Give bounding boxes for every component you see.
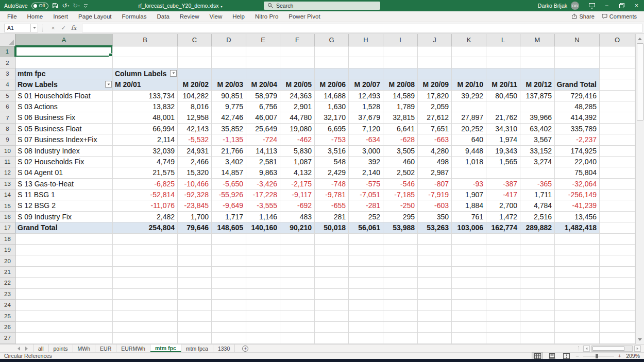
cell[interactable] [113,46,178,57]
horizontal-scroll-thumb[interactable] [592,347,624,351]
row-header-22[interactable]: 22 [0,278,15,288]
cell[interactable] [315,46,349,57]
cell[interactable] [555,278,600,288]
avatar[interactable]: DB [571,2,579,10]
pivot-row-total-cell[interactable]: 22,040 [555,157,600,167]
ribbon-tab-page-layout[interactable]: Page Layout [73,11,117,22]
column-header-k[interactable]: K [452,34,486,46]
cell[interactable] [486,46,520,57]
grand-total-value-cell[interactable]: 79,646 [178,222,212,233]
pivot-value-cell[interactable]: 14,688 [315,91,349,101]
cell[interactable] [178,311,212,321]
pivot-row-label[interactable]: S 13 Gas-to-Heat [15,179,113,189]
pivot-value-cell[interactable]: 13,832 [113,101,178,112]
row-header-11[interactable]: 11 [0,157,15,167]
cell[interactable] [349,234,383,245]
cell[interactable] [418,322,452,333]
cell[interactable] [280,322,315,333]
page-layout-view-icon[interactable] [547,353,557,359]
cell[interactable] [212,289,246,300]
cell[interactable] [520,255,555,266]
pivot-value-cell[interactable]: -807 [418,179,452,189]
cell[interactable] [280,289,315,300]
pivot-value-cell[interactable]: 24,363 [280,91,315,101]
pivot-value-cell[interactable]: 39,292 [452,91,486,101]
pivot-value-cell[interactable]: 20,252 [452,124,486,134]
cell[interactable] [212,68,246,79]
row-header-7[interactable]: 7 [0,112,15,123]
scroll-right-icon[interactable] [634,346,641,352]
pivot-value-cell[interactable]: 80,450 [486,91,520,101]
grand-total-column-header[interactable]: Grand Total [555,79,600,90]
pivot-value-cell[interactable]: -5,532 [178,134,212,145]
name-box[interactable] [4,24,31,32]
cell[interactable] [280,68,315,79]
pivot-value-cell[interactable]: 7,120 [349,124,383,134]
pivot-value-cell[interactable]: 14,857 [212,167,246,178]
column-labels-cell[interactable]: Column Labels [113,68,178,79]
pivot-value-cell[interactable]: -387 [486,179,520,189]
insert-function-icon[interactable]: fx [69,24,79,31]
pivot-value-cell[interactable]: 63,402 [520,124,555,134]
cell[interactable] [418,57,452,68]
ribbon-tab-insert[interactable]: Insert [48,11,73,22]
cell[interactable] [315,234,349,245]
pivot-value-cell[interactable]: -23,845 [178,200,212,211]
pivot-value-cell[interactable]: 27,612 [418,112,452,123]
cell[interactable] [520,68,555,79]
column-labels-filter-icon[interactable] [170,70,177,77]
row-header-4[interactable]: 4 [0,79,15,90]
pivot-value-cell[interactable]: -634 [349,134,383,145]
pivot-value-cell[interactable]: 14,589 [383,91,418,101]
pivot-value-cell[interactable]: -92,328 [178,189,212,200]
pivot-value-cell[interactable]: 32,039 [113,146,178,157]
pivot-value-cell[interactable]: 15,320 [178,167,212,178]
cell[interactable] [486,322,520,333]
pivot-value-cell[interactable]: 2,429 [315,167,349,178]
column-header-d[interactable]: D [212,34,246,46]
cell[interactable] [520,278,555,288]
pivot-value-cell[interactable]: -17,228 [246,189,280,200]
cell[interactable] [452,167,486,178]
cell[interactable] [600,91,635,101]
cell[interactable] [315,68,349,79]
cell[interactable] [246,68,280,79]
cell[interactable] [178,300,212,311]
pivot-value-cell[interactable]: 1,789 [383,101,418,112]
cell[interactable] [600,112,635,123]
column-header-i[interactable]: I [383,34,418,46]
cell[interactable] [212,278,246,288]
pivot-value-cell[interactable]: 1,146 [246,212,280,222]
cell[interactable] [178,333,212,343]
cell[interactable] [520,57,555,68]
cell[interactable] [600,278,635,288]
column-header-f[interactable]: F [280,34,315,46]
pivot-value-cell[interactable]: 3,567 [520,134,555,145]
pivot-value-cell[interactable]: 1,700 [178,212,212,222]
cell[interactable] [452,234,486,245]
cell[interactable] [15,57,113,68]
row-header-20[interactable]: 20 [0,255,15,266]
ribbon-tab-formulas[interactable]: Formulas [117,11,152,22]
vertical-scrollbar[interactable] [635,34,644,344]
cell[interactable] [315,300,349,311]
pivot-value-cell[interactable]: 37,679 [349,112,383,123]
pivot-value-cell[interactable]: -365 [520,179,555,189]
cell[interactable] [418,46,452,57]
grand-grand-total-cell[interactable]: 1,482,418 [555,222,600,233]
pivot-value-cell[interactable]: 4,784 [520,200,555,211]
pivot-value-cell[interactable]: 460 [383,157,418,167]
cell[interactable] [315,333,349,343]
cell[interactable] [212,300,246,311]
ribbon-tab-view[interactable]: View [205,11,228,22]
column-header-c[interactable]: C [178,34,212,46]
cell[interactable] [315,278,349,288]
cell[interactable] [349,267,383,278]
cell[interactable] [486,68,520,79]
row-header-5[interactable]: 5 [0,91,15,101]
pivot-value-cell[interactable]: -6,825 [113,179,178,189]
cell[interactable] [418,300,452,311]
new-sheet-icon[interactable]: + [242,346,248,352]
cell[interactable] [452,101,486,112]
row-header-14[interactable]: 14 [0,189,15,200]
